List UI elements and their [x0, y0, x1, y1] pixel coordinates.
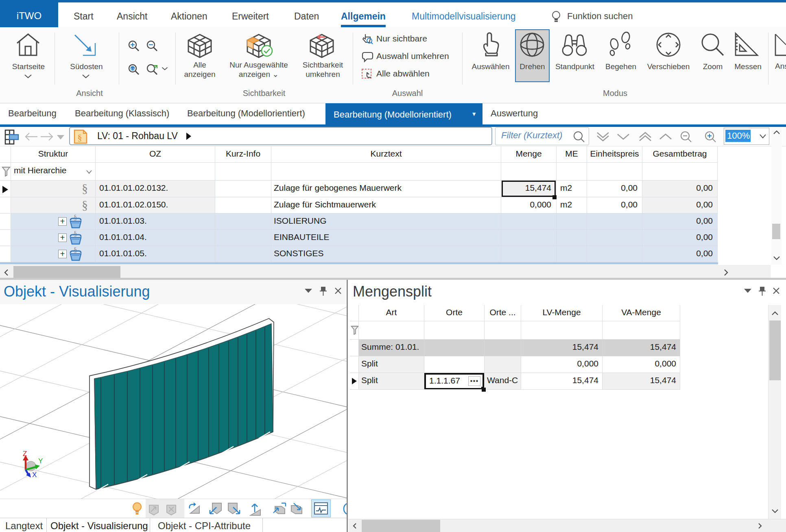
svg-text:§: § [74, 247, 77, 253]
svg-text:Z: Z [23, 450, 27, 458]
svg-text:§: § [78, 132, 82, 142]
svg-text:1:1: 1:1 [130, 67, 135, 71]
svg-text:§: § [74, 231, 77, 237]
svg-text:§: § [74, 214, 77, 221]
svg-text:Y: Y [38, 457, 43, 465]
svg-text:X: X [32, 471, 37, 479]
